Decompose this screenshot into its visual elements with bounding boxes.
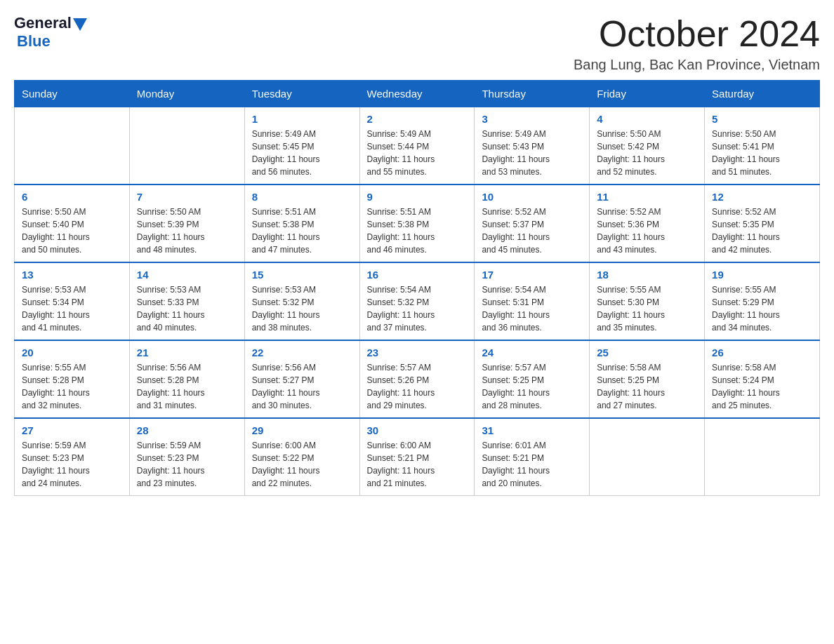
- day-number: 20: [22, 347, 122, 358]
- calendar-cell: 3Sunrise: 5:49 AMSunset: 5:43 PMDaylight…: [475, 107, 590, 185]
- calendar-cell: 9Sunrise: 5:51 AMSunset: 5:38 PMDaylight…: [359, 185, 475, 262]
- calendar-cell: 24Sunrise: 5:57 AMSunset: 5:25 PMDayligh…: [475, 340, 590, 418]
- day-number: 19: [712, 269, 812, 281]
- day-number: 30: [367, 424, 468, 436]
- day-info: Sunrise: 5:50 AMSunset: 5:40 PMDaylight:…: [22, 206, 122, 256]
- month-title: October 2024: [574, 14, 820, 54]
- day-number: 26: [712, 347, 812, 358]
- day-info: Sunrise: 5:51 AMSunset: 5:38 PMDaylight:…: [252, 206, 352, 256]
- week-row-3: 20Sunrise: 5:55 AMSunset: 5:28 PMDayligh…: [15, 340, 820, 418]
- week-row-4: 27Sunrise: 5:59 AMSunset: 5:23 PMDayligh…: [15, 418, 820, 496]
- calendar-cell: 8Sunrise: 5:51 AMSunset: 5:38 PMDaylight…: [244, 185, 359, 262]
- title-area: October 2024 Bang Lung, Bac Kan Province…: [574, 14, 820, 73]
- day-number: 21: [137, 347, 237, 358]
- day-number: 31: [482, 424, 582, 436]
- day-info: Sunrise: 6:00 AMSunset: 5:21 PMDaylight:…: [367, 439, 468, 490]
- day-number: 13: [22, 269, 122, 281]
- day-info: Sunrise: 5:50 AMSunset: 5:42 PMDaylight:…: [597, 128, 697, 178]
- day-info: Sunrise: 5:52 AMSunset: 5:36 PMDaylight:…: [597, 206, 697, 256]
- calendar-cell: 20Sunrise: 5:55 AMSunset: 5:28 PMDayligh…: [15, 340, 130, 418]
- calendar-cell: 5Sunrise: 5:50 AMSunset: 5:41 PMDaylight…: [705, 107, 820, 185]
- calendar-cell: [129, 107, 244, 185]
- calendar-cell: 25Sunrise: 5:58 AMSunset: 5:25 PMDayligh…: [590, 340, 705, 418]
- header-cell-monday: Monday: [129, 81, 244, 107]
- calendar-cell: 19Sunrise: 5:55 AMSunset: 5:29 PMDayligh…: [705, 262, 820, 340]
- day-info: Sunrise: 5:52 AMSunset: 5:35 PMDaylight:…: [712, 206, 812, 256]
- header-cell-saturday: Saturday: [705, 81, 820, 107]
- calendar-cell: 16Sunrise: 5:54 AMSunset: 5:32 PMDayligh…: [359, 262, 475, 340]
- calendar-cell: [705, 418, 820, 496]
- calendar-cell: 21Sunrise: 5:56 AMSunset: 5:28 PMDayligh…: [129, 340, 244, 418]
- day-info: Sunrise: 5:59 AMSunset: 5:23 PMDaylight:…: [22, 439, 122, 490]
- day-info: Sunrise: 5:58 AMSunset: 5:25 PMDaylight:…: [597, 361, 697, 412]
- calendar-header: SundayMondayTuesdayWednesdayThursdayFrid…: [15, 81, 820, 107]
- day-info: Sunrise: 5:55 AMSunset: 5:30 PMDaylight:…: [597, 283, 697, 334]
- day-info: Sunrise: 6:00 AMSunset: 5:22 PMDaylight:…: [252, 439, 352, 490]
- day-info: Sunrise: 5:52 AMSunset: 5:37 PMDaylight:…: [482, 206, 582, 256]
- calendar-cell: 7Sunrise: 5:50 AMSunset: 5:39 PMDaylight…: [129, 185, 244, 262]
- day-number: 11: [597, 191, 697, 203]
- day-number: 14: [137, 269, 237, 281]
- day-number: 27: [22, 424, 122, 436]
- day-number: 4: [597, 113, 697, 125]
- day-number: 17: [482, 269, 582, 281]
- calendar-cell: [590, 418, 705, 496]
- day-number: 10: [482, 191, 582, 203]
- day-info: Sunrise: 5:58 AMSunset: 5:24 PMDaylight:…: [712, 361, 812, 412]
- day-number: 12: [712, 191, 812, 203]
- day-number: 23: [367, 347, 468, 358]
- calendar-body: 1Sunrise: 5:49 AMSunset: 5:45 PMDaylight…: [15, 107, 820, 496]
- calendar-cell: [15, 107, 130, 185]
- day-number: 24: [482, 347, 582, 358]
- location-title: Bang Lung, Bac Kan Province, Vietnam: [574, 57, 820, 73]
- calendar-cell: 18Sunrise: 5:55 AMSunset: 5:30 PMDayligh…: [590, 262, 705, 340]
- calendar-table: SundayMondayTuesdayWednesdayThursdayFrid…: [14, 80, 820, 496]
- week-row-2: 13Sunrise: 5:53 AMSunset: 5:34 PMDayligh…: [15, 262, 820, 340]
- logo-triangle-icon: [73, 18, 87, 31]
- day-number: 9: [367, 191, 468, 203]
- day-info: Sunrise: 5:55 AMSunset: 5:29 PMDaylight:…: [712, 283, 812, 334]
- calendar-cell: 2Sunrise: 5:49 AMSunset: 5:44 PMDaylight…: [359, 107, 475, 185]
- day-number: 18: [597, 269, 697, 281]
- header-cell-sunday: Sunday: [15, 81, 130, 107]
- day-info: Sunrise: 5:49 AMSunset: 5:44 PMDaylight:…: [367, 128, 468, 178]
- header-row: SundayMondayTuesdayWednesdayThursdayFrid…: [15, 81, 820, 107]
- day-info: Sunrise: 5:54 AMSunset: 5:31 PMDaylight:…: [482, 283, 582, 334]
- day-number: 5: [712, 113, 812, 125]
- calendar-cell: 10Sunrise: 5:52 AMSunset: 5:37 PMDayligh…: [475, 185, 590, 262]
- calendar-cell: 4Sunrise: 5:50 AMSunset: 5:42 PMDaylight…: [590, 107, 705, 185]
- day-info: Sunrise: 5:53 AMSunset: 5:34 PMDaylight:…: [22, 283, 122, 334]
- logo-general: General: [14, 14, 72, 32]
- calendar-cell: 31Sunrise: 6:01 AMSunset: 5:21 PMDayligh…: [475, 418, 590, 496]
- day-info: Sunrise: 5:54 AMSunset: 5:32 PMDaylight:…: [367, 283, 468, 334]
- day-info: Sunrise: 5:57 AMSunset: 5:26 PMDaylight:…: [367, 361, 468, 412]
- logo-text: General: [14, 14, 87, 32]
- calendar-cell: 26Sunrise: 5:58 AMSunset: 5:24 PMDayligh…: [705, 340, 820, 418]
- header-cell-friday: Friday: [590, 81, 705, 107]
- header-cell-wednesday: Wednesday: [359, 81, 475, 107]
- day-number: 6: [22, 191, 122, 203]
- day-number: 7: [137, 191, 237, 203]
- logo-blue: Blue: [17, 32, 51, 50]
- calendar-cell: 17Sunrise: 5:54 AMSunset: 5:31 PMDayligh…: [475, 262, 590, 340]
- week-row-1: 6Sunrise: 5:50 AMSunset: 5:40 PMDaylight…: [15, 185, 820, 262]
- day-info: Sunrise: 5:56 AMSunset: 5:27 PMDaylight:…: [252, 361, 352, 412]
- logo: General Blue: [14, 14, 87, 51]
- calendar-cell: 12Sunrise: 5:52 AMSunset: 5:35 PMDayligh…: [705, 185, 820, 262]
- calendar-cell: 1Sunrise: 5:49 AMSunset: 5:45 PMDaylight…: [244, 107, 359, 185]
- day-info: Sunrise: 5:51 AMSunset: 5:38 PMDaylight:…: [367, 206, 468, 256]
- calendar-cell: 30Sunrise: 6:00 AMSunset: 5:21 PMDayligh…: [359, 418, 475, 496]
- day-info: Sunrise: 5:59 AMSunset: 5:23 PMDaylight:…: [137, 439, 237, 490]
- day-number: 3: [482, 113, 582, 125]
- calendar-cell: 14Sunrise: 5:53 AMSunset: 5:33 PMDayligh…: [129, 262, 244, 340]
- day-info: Sunrise: 5:57 AMSunset: 5:25 PMDaylight:…: [482, 361, 582, 412]
- day-info: Sunrise: 5:49 AMSunset: 5:43 PMDaylight:…: [482, 128, 582, 178]
- day-info: Sunrise: 5:50 AMSunset: 5:41 PMDaylight:…: [712, 128, 812, 178]
- day-number: 25: [597, 347, 697, 358]
- day-info: Sunrise: 5:53 AMSunset: 5:32 PMDaylight:…: [252, 283, 352, 334]
- calendar-cell: 15Sunrise: 5:53 AMSunset: 5:32 PMDayligh…: [244, 262, 359, 340]
- day-number: 2: [367, 113, 468, 125]
- day-number: 15: [252, 269, 352, 281]
- header-cell-thursday: Thursday: [475, 81, 590, 107]
- day-info: Sunrise: 5:53 AMSunset: 5:33 PMDaylight:…: [137, 283, 237, 334]
